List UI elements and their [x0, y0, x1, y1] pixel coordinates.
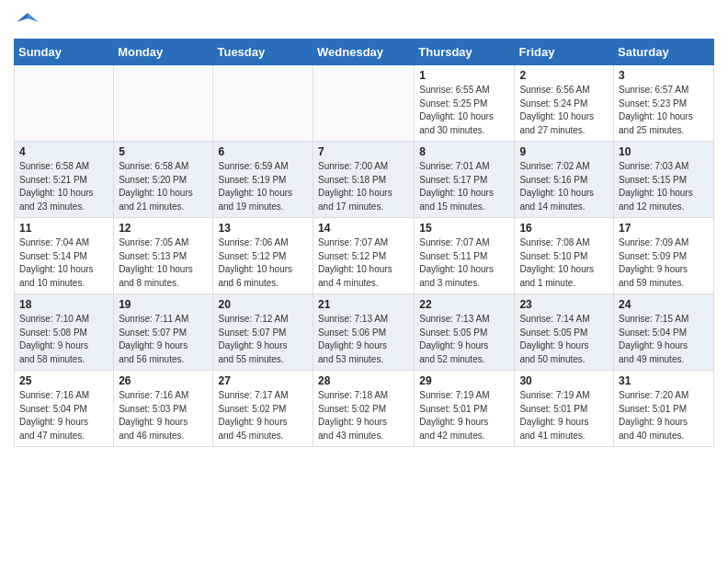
calendar-cell: 8Sunrise: 7:01 AMSunset: 5:17 PMDaylight…: [415, 142, 515, 218]
day-info: Sunrise: 6:59 AMSunset: 5:19 PMDaylight:…: [218, 160, 308, 213]
calendar-table: SundayMondayTuesdayWednesdayThursdayFrid…: [14, 39, 714, 447]
calendar-cell: 26Sunrise: 7:16 AMSunset: 5:03 PMDayligh…: [114, 371, 213, 447]
day-number: 16: [519, 222, 609, 235]
day-info: Sunrise: 7:13 AMSunset: 5:06 PMDaylight:…: [318, 313, 409, 366]
day-info: Sunrise: 7:00 AMSunset: 5:18 PMDaylight:…: [318, 160, 409, 213]
day-info: Sunrise: 7:16 AMSunset: 5:04 PMDaylight:…: [19, 389, 108, 442]
calendar-week-2: 4Sunrise: 6:58 AMSunset: 5:21 PMDaylight…: [15, 142, 714, 218]
calendar-cell: 6Sunrise: 6:59 AMSunset: 5:19 PMDaylight…: [213, 142, 313, 218]
calendar-cell: 5Sunrise: 6:58 AMSunset: 5:20 PMDaylight…: [114, 142, 213, 218]
day-number: 1: [419, 69, 509, 82]
calendar-cell: 10Sunrise: 7:03 AMSunset: 5:15 PMDayligh…: [614, 142, 714, 218]
calendar-cell: 16Sunrise: 7:08 AMSunset: 5:10 PMDayligh…: [515, 218, 614, 294]
day-info: Sunrise: 7:19 AMSunset: 5:01 PMDaylight:…: [419, 389, 509, 442]
calendar-cell: 25Sunrise: 7:16 AMSunset: 5:04 PMDayligh…: [15, 371, 114, 447]
day-number: 31: [619, 374, 709, 387]
day-info: Sunrise: 7:03 AMSunset: 5:15 PMDaylight:…: [619, 160, 709, 213]
day-number: 8: [419, 145, 509, 158]
day-number: 25: [19, 374, 108, 387]
calendar-cell: 1Sunrise: 6:55 AMSunset: 5:25 PMDaylight…: [415, 65, 515, 142]
day-number: 10: [619, 145, 709, 158]
day-number: 2: [519, 69, 609, 82]
day-info: Sunrise: 7:04 AMSunset: 5:14 PMDaylight:…: [19, 236, 108, 290]
calendar-cell: 29Sunrise: 7:19 AMSunset: 5:01 PMDayligh…: [415, 371, 515, 447]
calendar-week-1: 1Sunrise: 6:55 AMSunset: 5:25 PMDaylight…: [15, 65, 714, 142]
day-info: Sunrise: 6:57 AMSunset: 5:23 PMDaylight:…: [619, 84, 709, 137]
day-number: 14: [318, 222, 409, 235]
calendar-cell: [213, 65, 313, 142]
day-info: Sunrise: 7:15 AMSunset: 5:04 PMDaylight:…: [619, 313, 709, 366]
day-number: 7: [318, 145, 409, 158]
day-info: Sunrise: 7:14 AMSunset: 5:05 PMDaylight:…: [519, 313, 609, 366]
logo-bird-icon: [15, 9, 40, 35]
calendar-cell: 23Sunrise: 7:14 AMSunset: 5:05 PMDayligh…: [515, 294, 614, 371]
calendar-week-5: 25Sunrise: 7:16 AMSunset: 5:04 PMDayligh…: [15, 371, 714, 447]
calendar-cell: 2Sunrise: 6:56 AMSunset: 5:24 PMDaylight…: [515, 65, 614, 142]
calendar-cell: 17Sunrise: 7:09 AMSunset: 5:09 PMDayligh…: [614, 218, 714, 294]
calendar-cell: [114, 65, 213, 142]
day-header-wednesday: Wednesday: [313, 40, 415, 65]
day-header-saturday: Saturday: [614, 40, 714, 65]
day-number: 3: [619, 69, 709, 82]
day-info: Sunrise: 7:07 AMSunset: 5:11 PMDaylight:…: [419, 236, 509, 290]
calendar-cell: 20Sunrise: 7:12 AMSunset: 5:07 PMDayligh…: [213, 294, 313, 371]
calendar-cell: [15, 65, 114, 142]
day-number: 24: [619, 298, 709, 311]
day-info: Sunrise: 7:09 AMSunset: 5:09 PMDaylight:…: [619, 236, 709, 290]
logo: [14, 9, 40, 31]
day-number: 23: [519, 298, 609, 311]
day-number: 17: [619, 222, 709, 235]
day-info: Sunrise: 7:13 AMSunset: 5:05 PMDaylight:…: [419, 313, 509, 366]
calendar-cell: 18Sunrise: 7:10 AMSunset: 5:08 PMDayligh…: [15, 294, 114, 371]
day-number: 19: [119, 298, 208, 311]
calendar-cell: 3Sunrise: 6:57 AMSunset: 5:23 PMDaylight…: [614, 65, 714, 142]
calendar-week-3: 11Sunrise: 7:04 AMSunset: 5:14 PMDayligh…: [15, 218, 714, 294]
calendar-cell: 12Sunrise: 7:05 AMSunset: 5:13 PMDayligh…: [114, 218, 213, 294]
day-number: 20: [218, 298, 308, 311]
svg-marker-0: [28, 13, 39, 22]
day-info: Sunrise: 6:58 AMSunset: 5:20 PMDaylight:…: [119, 160, 208, 213]
calendar-week-4: 18Sunrise: 7:10 AMSunset: 5:08 PMDayligh…: [15, 294, 714, 371]
calendar-cell: 4Sunrise: 6:58 AMSunset: 5:21 PMDaylight…: [15, 142, 114, 218]
day-number: 13: [218, 222, 308, 235]
day-header-tuesday: Tuesday: [213, 40, 313, 65]
day-number: 18: [19, 298, 108, 311]
calendar-cell: 27Sunrise: 7:17 AMSunset: 5:02 PMDayligh…: [213, 371, 313, 447]
day-number: 29: [419, 374, 509, 387]
day-number: 22: [419, 298, 509, 311]
day-number: 12: [119, 222, 208, 235]
calendar-header-row: SundayMondayTuesdayWednesdayThursdayFrid…: [15, 40, 714, 65]
day-info: Sunrise: 7:08 AMSunset: 5:10 PMDaylight:…: [519, 236, 609, 290]
header: [14, 9, 714, 31]
day-number: 4: [19, 145, 108, 158]
calendar-cell: 24Sunrise: 7:15 AMSunset: 5:04 PMDayligh…: [614, 294, 714, 371]
day-info: Sunrise: 7:12 AMSunset: 5:07 PMDaylight:…: [218, 313, 308, 366]
day-number: 15: [419, 222, 509, 235]
calendar-cell: 30Sunrise: 7:19 AMSunset: 5:01 PMDayligh…: [515, 371, 614, 447]
calendar-cell: 15Sunrise: 7:07 AMSunset: 5:11 PMDayligh…: [415, 218, 515, 294]
day-info: Sunrise: 7:17 AMSunset: 5:02 PMDaylight:…: [218, 389, 308, 442]
day-info: Sunrise: 6:58 AMSunset: 5:21 PMDaylight:…: [19, 160, 108, 213]
calendar-cell: 11Sunrise: 7:04 AMSunset: 5:14 PMDayligh…: [15, 218, 114, 294]
day-number: 5: [119, 145, 208, 158]
day-info: Sunrise: 7:06 AMSunset: 5:12 PMDaylight:…: [218, 236, 308, 290]
day-number: 9: [519, 145, 609, 158]
page-container: SundayMondayTuesdayWednesdayThursdayFrid…: [0, 0, 728, 461]
day-number: 21: [318, 298, 409, 311]
day-info: Sunrise: 6:55 AMSunset: 5:25 PMDaylight:…: [419, 84, 509, 137]
svg-marker-1: [17, 13, 28, 22]
day-info: Sunrise: 7:02 AMSunset: 5:16 PMDaylight:…: [519, 160, 609, 213]
calendar-cell: 28Sunrise: 7:18 AMSunset: 5:02 PMDayligh…: [313, 371, 415, 447]
day-info: Sunrise: 7:05 AMSunset: 5:13 PMDaylight:…: [119, 236, 208, 290]
calendar-cell: 14Sunrise: 7:07 AMSunset: 5:12 PMDayligh…: [313, 218, 415, 294]
calendar-cell: 9Sunrise: 7:02 AMSunset: 5:16 PMDaylight…: [515, 142, 614, 218]
day-info: Sunrise: 7:07 AMSunset: 5:12 PMDaylight:…: [318, 236, 409, 290]
day-header-monday: Monday: [114, 40, 213, 65]
day-info: Sunrise: 7:01 AMSunset: 5:17 PMDaylight:…: [419, 160, 509, 213]
calendar-cell: 22Sunrise: 7:13 AMSunset: 5:05 PMDayligh…: [415, 294, 515, 371]
day-info: Sunrise: 7:19 AMSunset: 5:01 PMDaylight:…: [519, 389, 609, 442]
calendar-cell: 13Sunrise: 7:06 AMSunset: 5:12 PMDayligh…: [213, 218, 313, 294]
day-info: Sunrise: 7:16 AMSunset: 5:03 PMDaylight:…: [119, 389, 208, 442]
day-info: Sunrise: 6:56 AMSunset: 5:24 PMDaylight:…: [519, 84, 609, 137]
day-info: Sunrise: 7:10 AMSunset: 5:08 PMDaylight:…: [19, 313, 108, 366]
